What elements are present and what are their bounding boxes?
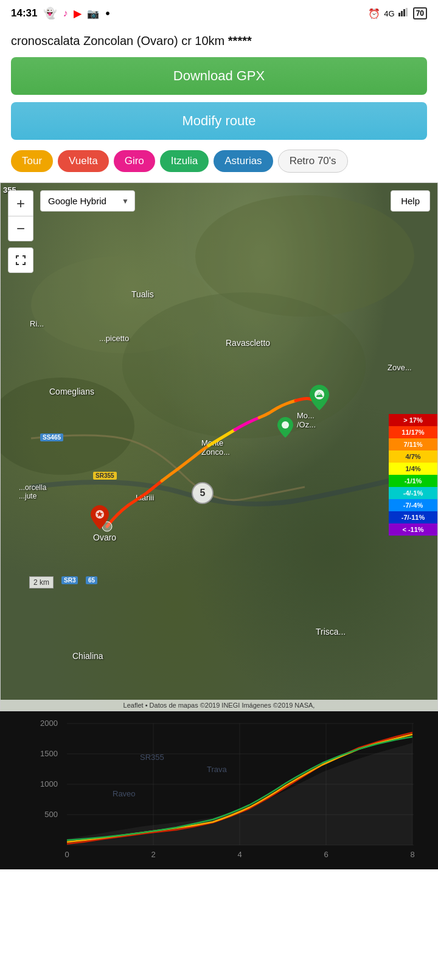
network-bars-icon	[398, 8, 409, 19]
svg-rect-3	[406, 8, 408, 16]
svg-point-7	[1, 378, 134, 475]
tiktok-icon: ♪	[63, 8, 68, 19]
svg-rect-14	[16, 255, 17, 258]
milestone-5: 5	[192, 482, 214, 504]
legend-item-7-11: 7/11%	[389, 438, 437, 450]
svg-text:8: 8	[410, 850, 414, 859]
map-scale: 2 km	[29, 576, 54, 588]
chart-svg: SR355 Trava Raveo 2000 1500 1000 500 0 2…	[0, 711, 438, 869]
map-type-selector[interactable]: Google Hybrid Google Terrain Google Sate…	[40, 190, 135, 212]
svg-text:2000: 2000	[40, 719, 58, 728]
svg-text:Trava: Trava	[207, 765, 228, 774]
status-bar: 14:31 👻 ♪ ▶ 📷 • ⏰ 4G 70	[0, 0, 438, 27]
snapchat-icon: 👻	[43, 7, 57, 20]
tag-asturias-button[interactable]: Asturias	[214, 150, 273, 172]
tag-vuelta-button[interactable]: Vuelta	[58, 150, 109, 172]
legend-item-11-17: 11/17%	[389, 426, 437, 438]
fullscreen-button[interactable]	[8, 247, 33, 273]
page-title: cronoscalata Zoncolan (Ovaro) cr 10km **…	[11, 33, 427, 49]
legend-item-neg11-neg7: -7/-11%	[389, 511, 437, 523]
svg-text:SR355: SR355	[140, 753, 164, 762]
zoom-out-button[interactable]: −	[8, 216, 33, 241]
road-badge-ss465: SS465	[40, 433, 63, 441]
svg-rect-18	[16, 262, 17, 265]
status-right: ⏰ 4G 70	[368, 7, 427, 19]
svg-text:1500: 1500	[40, 749, 58, 758]
download-gpx-button[interactable]: Download GPX	[11, 57, 427, 95]
map-terrain-svg	[1, 183, 437, 711]
road-badge-sr355-map: SR355	[93, 472, 117, 480]
svg-text:1000: 1000	[40, 779, 58, 788]
svg-text:500: 500	[44, 810, 58, 819]
svg-point-6	[122, 292, 366, 438]
tag-row: Tour Vuelta Giro Itzulia Asturias Retro …	[11, 150, 427, 173]
page-content: cronoscalata Zoncolan (Ovaro) cr 10km **…	[0, 27, 438, 173]
status-time: 14:31 👻 ♪ ▶ 📷 •	[11, 7, 110, 21]
svg-text:0: 0	[64, 850, 69, 859]
road-badge-65: 65	[86, 576, 97, 584]
legend-item-neg1-1: -1/1%	[389, 475, 437, 487]
tag-retro70s-button[interactable]: Retro 70's	[278, 150, 348, 173]
signal-icon: 4G	[384, 9, 394, 18]
tag-tour-button[interactable]: Tour	[11, 150, 53, 172]
legend-item-neg7-neg4: -7/-4%	[389, 499, 437, 511]
road-badge-sr3-scale: SR3	[61, 576, 78, 584]
tag-giro-button[interactable]: Giro	[114, 150, 155, 172]
instagram-icon: 📷	[87, 8, 99, 19]
gradient-legend: > 17% 11/17% 7/11% 4/7% 1/4% -1/1% -4/-1…	[389, 414, 437, 536]
legend-item-neg11minus: < -11%	[389, 523, 437, 536]
alarm-icon: ⏰	[368, 8, 380, 19]
map-controls: + −	[8, 190, 33, 273]
notification-dot: •	[105, 7, 109, 21]
scale-label: 2 km	[33, 578, 49, 587]
youtube-icon: ▶	[74, 8, 81, 19]
map-type-dropdown[interactable]: Google Hybrid Google Terrain Google Sate…	[40, 190, 135, 212]
modify-route-button[interactable]: Modify route	[11, 102, 427, 140]
svg-rect-0	[398, 13, 400, 16]
svg-rect-16	[24, 255, 26, 258]
svg-text:6: 6	[324, 850, 328, 859]
help-button[interactable]: Help	[391, 190, 430, 212]
svg-text:Raveo: Raveo	[113, 789, 136, 798]
tag-itzulia-button[interactable]: Itzulia	[160, 150, 209, 172]
zoom-in-button[interactable]: +	[8, 190, 33, 216]
svg-text:2: 2	[151, 850, 155, 859]
battery-icon: 70	[413, 7, 427, 19]
legend-item-17plus: > 17%	[389, 414, 437, 426]
svg-text:4: 4	[237, 850, 242, 859]
svg-rect-1	[401, 11, 403, 16]
legend-item-1-4: 1/4%	[389, 463, 437, 475]
elevation-chart: SR355 Trava Raveo 2000 1500 1000 500 0 2…	[0, 711, 438, 869]
map-attribution: Leaflet • Datos de mapas ©2019 INEGI Imá…	[1, 700, 437, 711]
legend-item-4-7: 4/7%	[389, 450, 437, 463]
legend-item-neg4-neg1: -4/-1%	[389, 487, 437, 499]
svg-rect-2	[403, 9, 405, 16]
map-container[interactable]: 355 Tualis Ravascletto Comeglians Mo.../…	[0, 182, 438, 711]
svg-rect-20	[24, 262, 26, 265]
